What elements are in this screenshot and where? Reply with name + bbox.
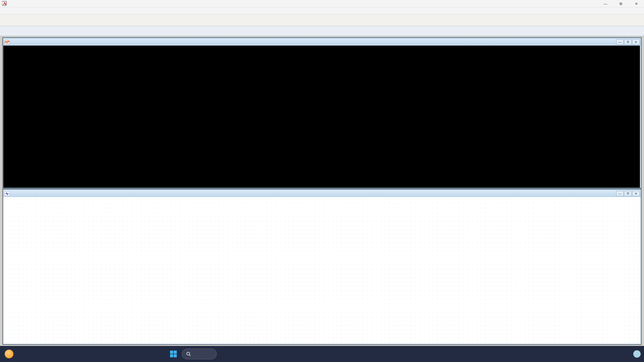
menu-bar: [0, 7, 644, 14]
waveform-window-icon: [5, 40, 10, 44]
window-minimize-button[interactable]: —: [598, 0, 613, 7]
system-tray: [624, 346, 644, 362]
window-restore-button[interactable]: ⧉: [613, 0, 629, 7]
window-close-button[interactable]: ✕: [629, 0, 644, 7]
waveform-window: — ⧉ ✕: [3, 38, 641, 188]
plot-close-button[interactable]: ✕: [632, 39, 640, 45]
tab-bar: [0, 26, 644, 36]
app-titlebar: — ⧉ ✕: [0, 0, 644, 7]
taskbar: [0, 346, 644, 362]
windows-logo-icon: [170, 350, 177, 358]
notification-badge[interactable]: [633, 350, 641, 358]
toolbar: [0, 14, 644, 26]
sunny-weather-icon: [5, 350, 13, 358]
ltspice-app-icon: [2, 1, 7, 6]
taskbar-weather-widget[interactable]: [0, 350, 70, 358]
schematic-minimize-button[interactable]: —: [616, 191, 624, 196]
schematic-restore-button[interactable]: ⧉: [624, 191, 632, 196]
waveform-plot-area[interactable]: [3, 46, 640, 188]
schematic-window: — ⧉ ✕: [3, 189, 641, 345]
taskbar-search[interactable]: [182, 349, 217, 359]
schematic-canvas[interactable]: [3, 197, 640, 344]
start-button[interactable]: [168, 348, 179, 360]
plot-restore-button[interactable]: ⧉: [624, 39, 632, 45]
schematic-window-titlebar[interactable]: — ⧉ ✕: [3, 190, 641, 197]
schematic-close-button[interactable]: ✕: [632, 191, 640, 196]
search-icon: [186, 352, 191, 356]
plot-minimize-button[interactable]: —: [616, 39, 624, 45]
waveform-window-titlebar[interactable]: — ⧉ ✕: [3, 38, 641, 46]
schematic-window-icon: [5, 191, 10, 196]
